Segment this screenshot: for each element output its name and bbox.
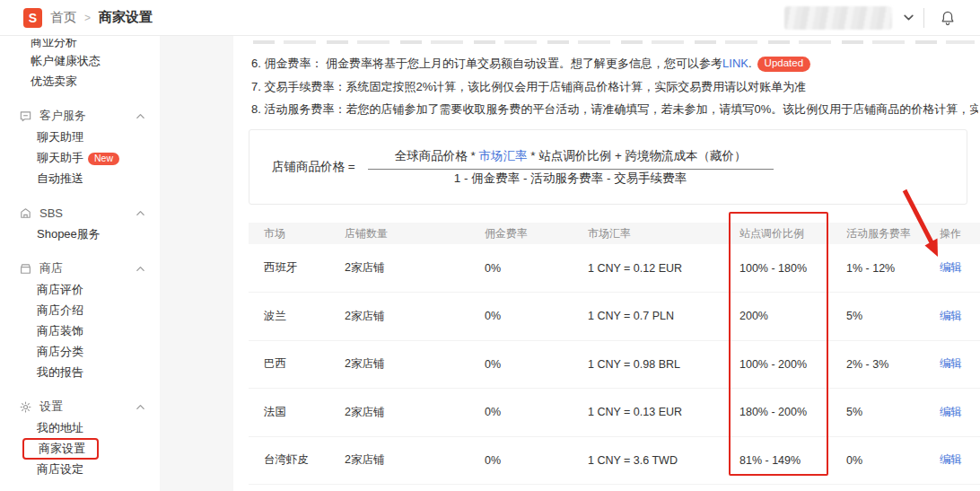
formula-label: 店铺商品价格 = xyxy=(272,159,355,175)
cell-adjust: 81% - 149% xyxy=(724,436,831,485)
edit-button[interactable]: 编辑 xyxy=(940,357,962,370)
table-row: 西班牙 2家店铺 0% 1 CNY = 0.12 EUR 100% - 180%… xyxy=(249,244,980,293)
sidebar-item-label: 商店分类 xyxy=(37,345,83,358)
sidebar-item-shop-categories[interactable]: 商店分类 xyxy=(0,341,160,362)
page-title: 商家设置 xyxy=(99,9,153,26)
sidebar-item-chat-assistant-2[interactable]: 聊天助手New xyxy=(0,147,160,168)
cell-service: 5% xyxy=(831,389,924,437)
exchange-rate-link[interactable]: 市场汇率 xyxy=(478,149,527,162)
chevron-up-icon[interactable] xyxy=(136,208,145,218)
edit-button[interactable]: 编辑 xyxy=(940,261,962,274)
sidebar-item-shopee-service[interactable]: Shopee服务 xyxy=(0,224,160,244)
sidebar-section-settings[interactable]: 设置 xyxy=(0,396,160,417)
sidebar-section-label: 商店 xyxy=(39,260,136,276)
cell-shops: 2家店铺 xyxy=(329,293,469,341)
shopee-logo-icon[interactable]: S xyxy=(23,8,42,28)
sidebar-item-label: 商店介绍 xyxy=(37,303,83,317)
gear-icon xyxy=(18,400,32,414)
chevron-up-icon[interactable] xyxy=(136,264,145,274)
cell-service: 5% xyxy=(831,293,924,341)
col-header-market: 市场 xyxy=(249,223,329,244)
sidebar-item-shop-settings[interactable]: 商店设定 xyxy=(0,459,160,479)
sidebar-item-label: 商店评价 xyxy=(37,283,83,296)
col-header-shop-count: 店铺数量 xyxy=(329,223,469,244)
chevron-up-icon[interactable] xyxy=(136,402,145,412)
cell-commission: 0% xyxy=(469,293,573,341)
cell-shops: 2家店铺 xyxy=(329,389,469,437)
formula-fraction: 全球商品价格 * 市场汇率 * 站点调价比例 + 跨境物流成本（藏价） 1 - … xyxy=(368,148,774,187)
sidebar-section-shop[interactable]: 商店 xyxy=(0,258,160,279)
col-header-commission: 佣金费率 xyxy=(469,223,573,244)
sidebar-item-label: 商家设置 xyxy=(39,442,85,455)
cell-rate: 1 CNY = 3.6 TWD xyxy=(573,436,724,485)
cell-adjust: 100% - 180% xyxy=(724,244,831,293)
edit-button[interactable]: 编辑 xyxy=(940,406,962,418)
cell-commission: 0% xyxy=(469,389,573,437)
edit-button[interactable]: 编辑 xyxy=(940,310,962,322)
store-icon xyxy=(18,262,32,276)
sidebar-section-sbs[interactable]: SBS xyxy=(0,202,160,224)
col-header-exchange-rate: 市场汇率 xyxy=(573,223,724,244)
cell-rate: 1 CNY = 0.13 EUR xyxy=(573,389,724,437)
red-annotation-box: 商家设置 xyxy=(22,438,99,460)
note-service-fee: 8. 活动服务费率：若您的店铺参加了需要收取服务费的平台活动，请准确填写，若未参… xyxy=(251,98,978,121)
formula-text: 全球商品价格 * xyxy=(395,149,479,162)
sidebar-item-chat-assistant-1[interactable]: 聊天助理 xyxy=(0,127,160,147)
chat-icon xyxy=(18,110,32,123)
fee-notes: 6. 佣金费率： 佣金费率将基于您上月的订单交易额自动设置。想了解更多信息，您可… xyxy=(251,52,978,121)
sidebar-item-preferred-seller[interactable]: 优选卖家 xyxy=(0,71,160,92)
sidebar-item-account-health[interactable]: 帐户健康状态 xyxy=(0,50,160,71)
main-content: 6. 佣金费率： 佣金费率将基于您上月的订单交易额自动设置。想了解更多信息，您可… xyxy=(233,36,980,491)
cell-market: 巴西 xyxy=(249,340,329,389)
formula-numerator: 全球商品价格 * 市场汇率 * 站点调价比例 + 跨境物流成本（藏价） xyxy=(368,149,774,170)
breadcrumb-home[interactable]: 首页 xyxy=(50,9,76,26)
table-row: 法国 2家店铺 0% 1 CNY = 0.13 EUR 180% - 200% … xyxy=(249,389,980,437)
chevron-down-icon[interactable] xyxy=(903,12,914,23)
breadcrumb-separator-icon: > xyxy=(84,12,91,24)
table-header-row: 市场 店铺数量 佣金费率 市场汇率 站点调价比例 活动服务费率 操作 xyxy=(249,223,980,244)
cell-rate: 1 CNY = 0.12 EUR xyxy=(573,244,724,293)
breadcrumb: S 首页 > 商家设置 xyxy=(23,8,153,28)
sidebar-item-auto-push[interactable]: 自动推送 xyxy=(0,168,160,189)
cell-commission: 0% xyxy=(469,436,573,485)
cell-rate: 1 CNY = 0.98 BRL xyxy=(573,340,724,389)
sidebar-item-my-address[interactable]: 我的地址 xyxy=(0,417,160,438)
cell-shops: 2家店铺 xyxy=(329,436,469,485)
edit-button[interactable]: 编辑 xyxy=(940,453,962,466)
cell-service: 0% xyxy=(831,436,924,485)
chevron-up-icon[interactable] xyxy=(136,111,145,121)
cell-market: 西班牙 xyxy=(249,244,329,293)
link[interactable]: LINK xyxy=(722,57,748,70)
table-row: 台湾虾皮 2家店铺 0% 1 CNY = 3.6 TWD 81% - 149% … xyxy=(249,436,980,485)
building-icon xyxy=(18,206,32,220)
price-formula-box: 店铺商品价格 = 全球商品价格 * 市场汇率 * 站点调价比例 + 跨境物流成本… xyxy=(249,129,967,205)
sidebar-item-shop-rating[interactable]: 商店评价 xyxy=(0,279,160,300)
sidebar: 商业分析 帐户健康状态 优选卖家 客户服务 聊天助理 聊天助手New 自动推送 … xyxy=(0,36,160,491)
sidebar-item-label: 我的地址 xyxy=(37,421,83,434)
sidebar-item-shop-decoration[interactable]: 商店装饰 xyxy=(0,320,160,341)
sidebar-item-shop-profile[interactable]: 商店介绍 xyxy=(0,300,160,320)
sidebar-item-business-analysis[interactable]: 商业分析 xyxy=(0,39,160,50)
cell-adjust: 180% - 200% xyxy=(724,389,831,437)
notification-bell-icon[interactable] xyxy=(939,9,957,27)
cell-rate: 1 CNY = 0.7 PLN xyxy=(573,293,724,341)
sidebar-section-label: 客户服务 xyxy=(39,108,136,124)
sidebar-item-label: Shopee服务 xyxy=(37,227,101,241)
formula-text: * 站点调价比例 + 跨境物流成本（藏价） xyxy=(527,149,746,162)
col-header-service-fee: 活动服务费率 xyxy=(831,223,924,244)
account-name-redacted[interactable] xyxy=(784,6,892,30)
table-row: 波兰 2家店铺 0% 1 CNY = 0.7 PLN 200% 5% 编辑 xyxy=(249,293,980,341)
cell-shops: 2家店铺 xyxy=(329,244,469,293)
cell-service: 2% - 3% xyxy=(831,340,924,389)
top-header: S 首页 > 商家设置 xyxy=(0,0,980,36)
new-badge: New xyxy=(88,153,119,165)
sidebar-item-merchant-settings[interactable]: 商家设置 xyxy=(0,438,160,459)
sidebar-section-label: SBS xyxy=(39,206,136,220)
col-header-action: 操作 xyxy=(924,223,980,244)
shopee-logo-letter: S xyxy=(29,11,37,25)
cell-adjust: 200% xyxy=(724,293,831,341)
sidebar-item-my-reports[interactable]: 我的报告 xyxy=(0,362,160,382)
cell-commission: 0% xyxy=(469,340,573,389)
sidebar-section-customer-service[interactable]: 客户服务 xyxy=(0,105,160,127)
sidebar-item-label: 聊天助手 xyxy=(37,151,83,164)
